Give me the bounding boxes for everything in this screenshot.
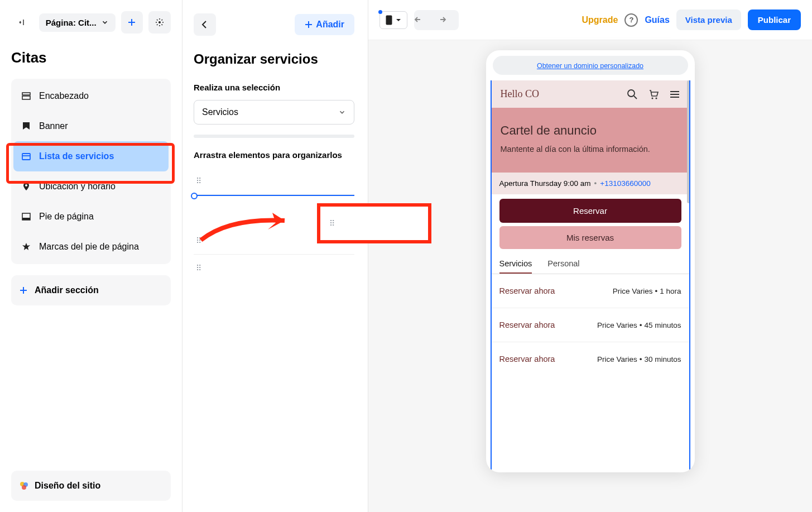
undo-redo-group bbox=[414, 10, 459, 30]
grip-icon: ⠿ bbox=[329, 219, 336, 228]
site-header: Hello CO bbox=[492, 80, 689, 108]
domain-bar[interactable]: Obtener un dominio personalizado bbox=[493, 56, 688, 75]
section-item-banner[interactable]: Banner bbox=[13, 111, 169, 141]
right-panel: Upgrade ? Guías Vista previa Publicar Ob… bbox=[368, 0, 812, 512]
footer-icon bbox=[21, 212, 31, 222]
grip-icon: ⠿ bbox=[196, 264, 203, 272]
book-now-link[interactable]: Reservar ahora bbox=[499, 355, 555, 363]
svg-point-12 bbox=[651, 97, 653, 99]
banner-title: Cartel de anuncio bbox=[501, 123, 680, 138]
banner-icon bbox=[21, 121, 31, 131]
collapse-panel-button[interactable] bbox=[11, 11, 33, 34]
svg-point-9 bbox=[22, 485, 26, 490]
banner-text: Mantente al día con la última informació… bbox=[501, 145, 680, 154]
annotation-drag-ghost: ⠿ bbox=[317, 203, 431, 243]
preview-area: Obtener un dominio personalizado Hello C… bbox=[368, 40, 812, 512]
brands-icon bbox=[21, 242, 31, 252]
device-selector[interactable] bbox=[379, 11, 407, 29]
publish-button[interactable]: Publicar bbox=[748, 9, 801, 30]
selection-value: Servicios bbox=[202, 107, 238, 117]
grip-icon: ⠿ bbox=[196, 236, 203, 245]
service-row[interactable]: Reservar ahora Price Varies•1 hora bbox=[492, 274, 689, 308]
add-button[interactable]: Añadir bbox=[295, 14, 354, 35]
domain-link[interactable]: Obtener un dominio personalizado bbox=[537, 62, 643, 70]
reserve-button[interactable]: Reservar bbox=[499, 199, 681, 223]
page-selector-label: Página: Cit... bbox=[46, 18, 97, 27]
service-row[interactable]: Reservar ahora Price Varies•30 minutos bbox=[492, 342, 689, 376]
service-list: Reservar ahora Price Varies•1 hora Reser… bbox=[492, 274, 689, 376]
service-meta: Price Varies•45 minutos bbox=[597, 321, 681, 329]
selection-dropdown[interactable]: Servicios bbox=[194, 100, 354, 125]
header-icon bbox=[21, 91, 31, 101]
section-item-header[interactable]: Encabezado bbox=[13, 81, 169, 111]
announcement-banner: Cartel de anuncio Mantente al día con la… bbox=[492, 108, 689, 173]
page-title: Citas bbox=[11, 49, 171, 66]
drag-item[interactable]: ⠿ bbox=[194, 168, 354, 195]
section-label: Banner bbox=[39, 121, 68, 131]
my-reservations-button[interactable]: Mis reservas bbox=[499, 226, 681, 249]
service-meta: Price Varies•30 minutos bbox=[597, 355, 681, 363]
site-brand: Hello CO bbox=[501, 88, 540, 100]
selection-subtitle: Realiza una selección bbox=[194, 83, 354, 92]
panel-divider bbox=[194, 135, 354, 138]
help-button[interactable]: ? bbox=[624, 13, 638, 27]
section-label: Pie de página bbox=[39, 212, 94, 222]
site-design-button[interactable]: Diseño del sitio bbox=[11, 471, 171, 501]
annotation-highlight-active-section bbox=[6, 143, 175, 184]
svg-point-4 bbox=[25, 184, 27, 186]
mobile-icon bbox=[386, 15, 392, 25]
change-indicator-dot bbox=[378, 10, 382, 14]
add-page-button[interactable] bbox=[121, 11, 143, 34]
section-item-footer-brands[interactable]: Marcas del pie de página bbox=[13, 232, 169, 262]
upgrade-link[interactable]: Upgrade bbox=[582, 15, 618, 25]
svg-rect-1 bbox=[22, 93, 30, 95]
add-button-label: Añadir bbox=[316, 20, 344, 30]
tab-staff[interactable]: Personal bbox=[547, 259, 579, 274]
chevron-down-icon bbox=[396, 17, 401, 23]
book-now-link[interactable]: Reservar ahora bbox=[499, 286, 555, 295]
add-section-label: Añadir sección bbox=[35, 285, 99, 295]
right-topbar: Upgrade ? Guías Vista previa Publicar bbox=[368, 0, 812, 40]
grip-icon: ⠿ bbox=[196, 176, 203, 185]
mid-panel-title: Organizar servicios bbox=[194, 51, 354, 67]
search-icon[interactable] bbox=[627, 89, 638, 100]
svg-rect-6 bbox=[22, 218, 30, 220]
service-meta: Price Varies•1 hora bbox=[613, 287, 681, 295]
svg-point-0 bbox=[158, 21, 161, 23]
drag-item[interactable]: ⠿ bbox=[194, 255, 354, 281]
svg-point-13 bbox=[655, 97, 657, 99]
phone-link[interactable]: +13103660000 bbox=[600, 179, 650, 188]
middle-panel: Añadir Organizar servicios Realiza una s… bbox=[182, 0, 368, 512]
book-now-link[interactable]: Reservar ahora bbox=[499, 320, 555, 329]
tab-services[interactable]: Servicios bbox=[499, 259, 532, 274]
back-button[interactable] bbox=[194, 13, 216, 36]
palette-icon bbox=[19, 481, 29, 491]
preview-button[interactable]: Vista previa bbox=[676, 9, 741, 30]
cart-icon[interactable] bbox=[648, 89, 659, 100]
undo-button[interactable] bbox=[414, 10, 436, 30]
settings-button[interactable] bbox=[148, 11, 171, 34]
svg-rect-10 bbox=[386, 16, 392, 25]
drag-hint: Arrastra elementos para organizarlos bbox=[194, 150, 354, 160]
site-design-label: Diseño del sitio bbox=[35, 481, 100, 491]
menu-icon[interactable] bbox=[669, 89, 680, 100]
add-section-button[interactable]: Añadir sección bbox=[11, 275, 171, 305]
left-panel: Página: Cit... Citas Encabezado Banner L… bbox=[0, 0, 182, 512]
guides-link[interactable]: Guías bbox=[645, 15, 669, 25]
hours-bar: Apertura Thursday 9:00 am • +13103660000 bbox=[492, 173, 689, 194]
section-label: Encabezado bbox=[39, 91, 89, 101]
tabs: Servicios Personal bbox=[492, 255, 689, 274]
left-topbar: Página: Cit... bbox=[11, 11, 171, 34]
section-label: Marcas del pie de página bbox=[39, 242, 139, 252]
preview-body: Hello CO Cartel de anuncio Mantente al d… bbox=[491, 80, 690, 472]
service-row[interactable]: Reservar ahora Price Varies•45 minutos bbox=[492, 308, 689, 342]
redo-button[interactable] bbox=[436, 10, 459, 30]
scrollbar[interactable] bbox=[687, 80, 690, 203]
page-selector-dropdown[interactable]: Página: Cit... bbox=[39, 13, 116, 32]
hours-text: Apertura Thursday 9:00 am bbox=[499, 179, 591, 188]
section-item-footer[interactable]: Pie de página bbox=[13, 202, 169, 232]
mobile-preview: Obtener un dominio personalizado Hello C… bbox=[486, 50, 695, 472]
svg-rect-2 bbox=[22, 96, 30, 99]
drop-indicator bbox=[194, 195, 354, 196]
svg-point-11 bbox=[628, 90, 635, 97]
